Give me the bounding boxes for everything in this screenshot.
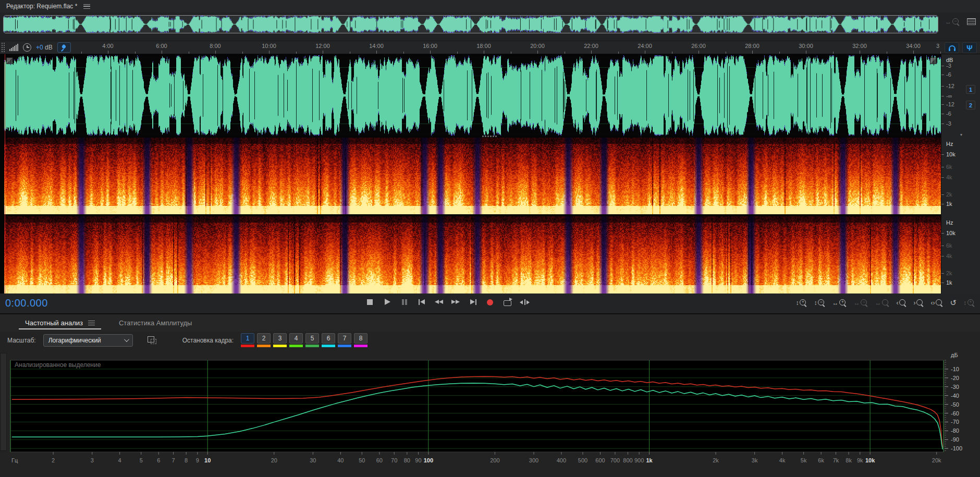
playhead[interactable]	[5, 54, 5, 293]
timeline-ruler[interactable]: 4:006:008:0010:0012:0014:0016:0018:0020:…	[0, 41, 941, 54]
hold-button-4[interactable]: 4	[289, 333, 303, 347]
loop-playback-button[interactable]	[503, 298, 512, 307]
lane-splitter-handle[interactable]	[482, 136, 497, 137]
ruler-tick	[350, 52, 350, 54]
pin-toggle-button[interactable]	[57, 42, 71, 53]
ruler-tick	[645, 51, 645, 54]
hold-button-5[interactable]: 5	[305, 333, 319, 347]
freq-axis-label: 700	[610, 457, 620, 463]
freq-axis-label: 9	[196, 457, 199, 463]
zoom-in-time-button[interactable]: ↔	[832, 299, 847, 307]
zoom-in-right-edge-button[interactable]: ›	[913, 299, 924, 307]
ruler-label: 18:00	[476, 43, 491, 49]
scale-dropdown[interactable]: Логарифмический	[43, 334, 133, 347]
db-axis-label: -90	[951, 436, 959, 443]
zoom-reset-button[interactable]: ↔	[875, 299, 889, 307]
ruler-tick	[591, 51, 592, 54]
ruler-tick	[940, 52, 941, 54]
zoom-full-button[interactable]: ↕	[963, 299, 975, 307]
overview-zoom-out-icon[interactable]: ↔	[945, 18, 960, 26]
ruler-tick	[672, 52, 672, 54]
zoom-in-left-edge-button[interactable]: ‹	[896, 299, 906, 307]
editor-menu-icon[interactable]	[83, 4, 90, 9]
spectrogram-channel-2[interactable]	[4, 216, 941, 293]
db-scale-tick	[941, 114, 944, 114]
fast-forward-button[interactable]	[451, 298, 461, 307]
freq-axis-label: 900	[634, 457, 644, 463]
freq-axis-label: 6k	[818, 457, 824, 463]
skip-selection-button[interactable]	[520, 298, 530, 307]
gain-indicator[interactable]: +0 dB	[36, 44, 53, 51]
chart-plot-area[interactable]	[10, 360, 944, 452]
hz-scale-label: 1k	[946, 279, 952, 286]
ruler-tick	[403, 52, 404, 54]
db-axis-label: -70	[951, 419, 959, 425]
rewind-button[interactable]	[434, 298, 444, 307]
panel-menu-icon[interactable]	[88, 321, 95, 325]
hold-button-6[interactable]: 6	[322, 333, 335, 347]
ruler-tick	[537, 51, 538, 54]
zoom-tools: ↕↕↔↔↔‹›‹›↺↕	[795, 299, 975, 307]
hold-button-8[interactable]: 8	[354, 333, 368, 347]
lane-collapse-arrow-icon[interactable]: ▾	[960, 132, 962, 137]
record-button[interactable]	[485, 298, 495, 307]
frequency-analysis-chart[interactable]: Гц23456789102030405060708090100200300400…	[0, 350, 980, 474]
levels-meter-icon[interactable]	[9, 44, 18, 51]
ruler-tick	[189, 52, 189, 54]
channel-button-1[interactable]: 1	[966, 85, 975, 94]
play-button[interactable]	[382, 298, 392, 307]
freq-axis-label: 2k	[713, 457, 719, 463]
tab-frequency-analysis[interactable]: Частотный анализ	[23, 319, 97, 332]
spectrogram-channel-1[interactable]	[4, 138, 941, 214]
overview-row: ↔	[0, 13, 980, 35]
clock-icon[interactable]	[23, 43, 31, 52]
hold-button-1[interactable]: 1	[241, 333, 254, 347]
db-axis-label: -10	[951, 366, 959, 372]
hud-gain-handle-right-icon[interactable]	[930, 57, 937, 64]
snapshot-icon[interactable]	[148, 336, 156, 344]
waveform-view-toggle[interactable]	[945, 42, 959, 53]
skip-to-end-button[interactable]	[468, 298, 478, 307]
ruler-tick	[484, 51, 484, 54]
pause-button[interactable]	[399, 298, 409, 307]
freq-axis-label: 2	[52, 457, 55, 463]
ruler-tick	[806, 51, 806, 54]
freq-axis-label: 4k	[779, 457, 786, 463]
drag-grip-icon[interactable]	[1, 42, 5, 53]
freq-axis-label: 400	[557, 457, 566, 463]
ruler-tick	[860, 51, 860, 54]
db-scale-label: -6	[946, 111, 951, 117]
ruler-label: 16:00	[423, 43, 437, 49]
freeze-buttons: 12345678	[241, 333, 368, 347]
hold-button-7[interactable]: 7	[338, 333, 351, 347]
overview-menu-icon[interactable]	[967, 18, 976, 25]
hold-button-2[interactable]: 2	[257, 333, 271, 347]
ruler-tick	[162, 51, 162, 54]
hz-scale-label: 6k	[946, 164, 952, 170]
hz-scale-label: 10k	[946, 230, 956, 236]
time-display[interactable]: 0:00.000	[5, 297, 48, 309]
zoom-in-amplitude-button[interactable]: ↕	[795, 299, 807, 307]
waveform-display[interactable]	[4, 55, 941, 136]
overview-waveform[interactable]	[3, 15, 938, 33]
db-scale-tick	[941, 66, 944, 66]
restore-zoom-button[interactable]: ↺	[950, 299, 957, 307]
zoom-out-amplitude-button[interactable]: ↕	[814, 299, 825, 307]
freq-axis-label: 60	[376, 457, 383, 463]
statusbar: 0:00.000 ↕↕↔↔↔‹›‹›↺↕	[0, 293, 980, 314]
stop-button[interactable]	[365, 298, 375, 307]
db-scale-tick	[941, 104, 944, 105]
zoom-out-time-button[interactable]: ↔	[853, 299, 868, 307]
tab-amplitude-statistics[interactable]: Статистика Амплитуды	[117, 319, 194, 332]
hz-scale-tick	[941, 167, 944, 167]
ruler-tick	[726, 52, 726, 54]
spectral-view-toggle[interactable]: Ψ	[962, 42, 977, 53]
hold-button-3[interactable]: 3	[273, 333, 287, 347]
skip-to-start-button[interactable]	[416, 298, 426, 307]
zoom-to-selection-button[interactable]: ‹›	[930, 299, 943, 307]
freq-axis-label: 10	[204, 457, 211, 463]
ruler-tick	[269, 51, 270, 54]
ruler-tick	[511, 52, 511, 54]
hud-gain-handle-left-icon[interactable]	[6, 57, 13, 64]
channel-button-2[interactable]: 2	[966, 101, 975, 109]
